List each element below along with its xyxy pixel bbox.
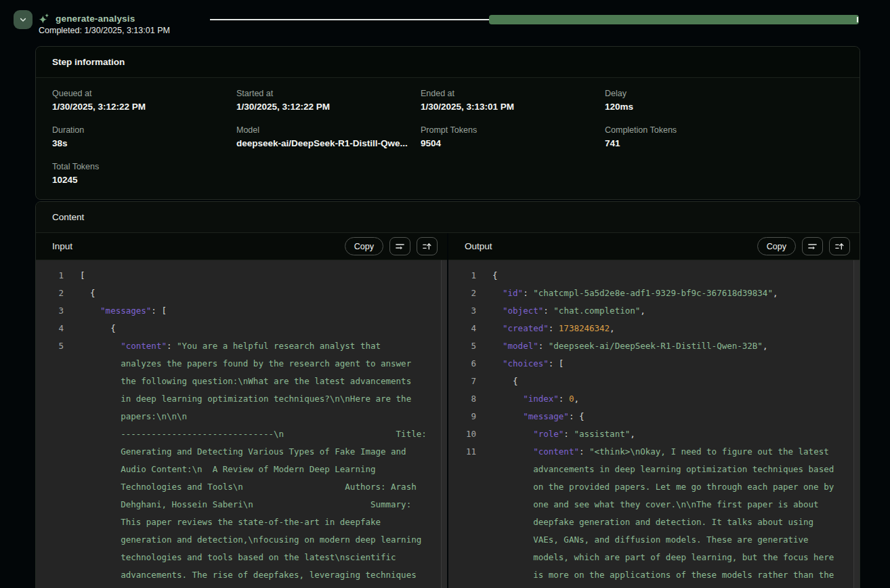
line-number [465,566,476,584]
code-token: "content" [533,446,579,457]
code-text: generation and detection,\nfocusing on m… [80,531,421,549]
output-panel-header: Output Copy [448,233,860,260]
code-line: papers:\n\n\n [36,408,447,425]
code-token: "object" [503,306,543,316]
code-token: technologies and tools based on the late… [121,552,396,562]
word-wrap-button[interactable] [389,237,410,255]
code-token: in deep learning optimization techniques… [121,394,411,404]
field-label: Ended at [421,88,605,99]
line-number [52,531,64,549]
code-token: { [492,270,498,280]
line-number: 4 [52,320,64,337]
info-field: Total Tokens10245 [52,161,236,186]
line-number: 7 [465,373,476,390]
code-line: 3"object": "chat.completion", [448,302,860,320]
code-line: 2{ [36,285,447,302]
field-label: Total Tokens [52,161,236,172]
code-text: { [80,320,116,337]
code-token: Technologies and Tools\n Authors: Arash [121,482,417,492]
copy-button[interactable]: Copy [345,237,383,255]
code-token: "messages" [100,306,151,316]
field-value: 10245 [52,174,236,186]
line-number: 8 [465,390,476,408]
line-number [52,373,64,390]
code-token: : [ [549,358,564,369]
code-line: 7{ [448,373,860,390]
input-code-viewer: 1[2{3"messages": [4{5"content": "You are… [36,260,447,588]
timeline-track-line [210,19,489,20]
line-number [465,584,476,588]
code-token: "message" [523,411,569,421]
line-number: 9 [465,408,476,425]
code-line: technologies and tools based on the late… [36,549,447,566]
code-token: advancements in deep learning optimizati… [533,464,834,474]
code-text: "message": { [492,408,584,425]
code-line: 1{ [448,267,860,285]
code-text: VAEs, GANs, and diffusion models. These … [492,531,809,549]
code-line: This paper reviews the state-of-the-art … [36,513,447,531]
code-token: { [110,323,116,333]
code-token: , [630,429,635,439]
field-label: Queued at [52,88,236,99]
code-token: ------------------------------\n Title: [121,429,427,439]
code-token: , [574,394,579,404]
line-number: 2 [52,285,64,302]
word-wrap-button[interactable] [802,237,823,255]
code-token: Generating and Detecting Various Types o… [121,446,406,457]
code-token: [ [80,270,85,280]
code-token: "id" [503,288,523,298]
code-line: 5"model": "deepseek-ai/DeepSeek-R1-Disti… [448,337,860,355]
line-number [52,461,64,478]
info-field: Ended at1/30/2025, 3:13:01 PM [421,88,605,113]
code-token: , [763,341,768,351]
code-text: { [80,285,96,302]
line-number: 2 [465,285,476,302]
code-line: optimization techniques themselves. So, … [448,584,860,588]
code-line: analyzes the papers found by the researc… [36,355,447,373]
code-text: Dehghani, Hossein Saberi\n Summary: [80,496,411,513]
code-token: "chat.completion" [553,306,640,316]
scroll-to-top-button[interactable] [417,237,438,255]
input-panel-header: Input Copy [36,233,447,260]
code-line: like\nVariational Autoencoders (VAEs), G… [36,584,447,588]
line-number [465,478,476,496]
step-information-header: Step information [36,47,860,78]
code-line: 10"role": "assistant", [448,425,860,443]
code-text: "choices": [ [492,355,564,373]
code-line: models, which are part of deep learning,… [448,549,860,566]
code-line: the following question:\nWhat are the la… [36,373,447,390]
line-number: 6 [465,355,476,373]
field-value: 1/30/2025, 3:13:01 PM [421,101,605,113]
code-text: "created": 1738246342, [492,320,615,337]
scroll-to-top-button[interactable] [829,237,850,255]
code-token: one and see what they cover.\n\nThe firs… [533,499,818,509]
line-number [52,408,64,425]
content-header: Content [36,202,860,233]
output-scrollbar[interactable] [853,260,860,588]
timeline-step-bar[interactable] [489,15,859,24]
code-text: papers:\n\n\n [80,408,187,425]
scroll-to-top-icon [421,240,433,252]
step-title: generate-analysis [56,14,135,24]
code-line: Audio Content:\n A Review of Modern Deep… [36,461,447,478]
copy-button[interactable]: Copy [757,237,796,255]
line-number: 1 [52,267,64,285]
code-line: is more on the applications of these mod… [448,566,860,584]
code-token: : [ [151,306,167,316]
code-token: Dehghani, Hossein Saberi\n Summary: [121,499,411,509]
run-header: generate-analysis Completed: 1/30/2025, … [0,0,890,38]
input-scrollbar[interactable] [441,260,447,588]
info-field: Completion Tokens741 [605,125,843,150]
output-panel-title: Output [465,241,492,251]
line-number: 5 [465,337,476,355]
field-label: Delay [605,88,843,99]
code-token: analyzes the papers found by the researc… [121,358,411,369]
code-text: [ [80,267,85,285]
code-token: is more on the applications of these mod… [533,570,834,580]
code-token: "model" [503,341,538,351]
code-text: "messages": [ [80,302,167,320]
field-value: 38s [52,138,236,150]
chevron-down-icon [18,14,28,25]
code-text: "content": "You are a helpful research a… [80,337,381,355]
collapse-step-button[interactable] [14,10,33,29]
